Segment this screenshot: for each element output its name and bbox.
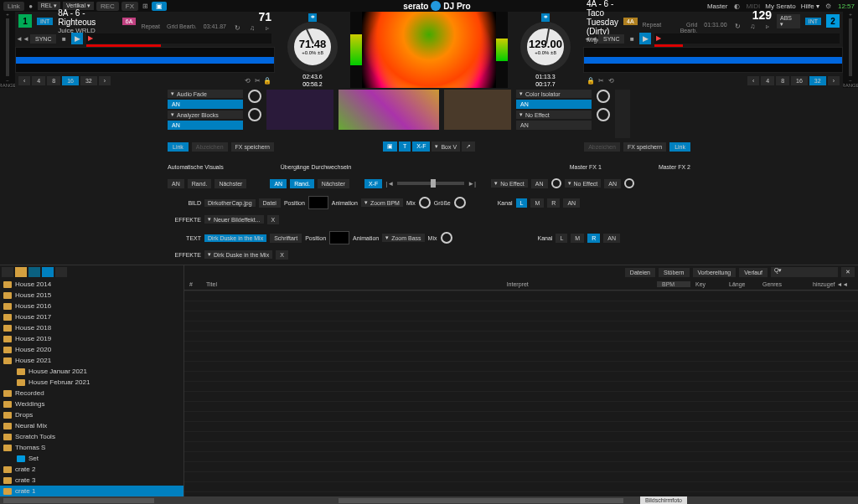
deck2-beat-32[interactable]: 32 [809, 76, 826, 85]
col-lange[interactable]: Länge [724, 281, 757, 287]
abzeichen-left[interactable]: Abzeichen [192, 142, 228, 152]
crate-item[interactable]: crate 1 [0, 486, 183, 496]
deck1-jog-wheel[interactable]: 71.48 +0.0% ±8 [287, 22, 338, 72]
zoom-bpm-dropdown[interactable]: ▾ Zoom BPM [361, 198, 403, 207]
video-preview-left[interactable] [266, 90, 333, 130]
pitch-slider-right[interactable]: + − RANGE [843, 12, 858, 88]
xf-btn[interactable]: X-F [364, 179, 382, 188]
crate-item[interactable]: House 2015 [0, 290, 183, 301]
xfade-next-icon[interactable]: ►| [468, 179, 476, 188]
crate-item[interactable]: crate 2 [0, 464, 183, 475]
fx-knob-4[interactable] [597, 108, 610, 121]
deck2-loop-icon[interactable]: ⟲ [607, 76, 615, 85]
no-effect-on[interactable]: AN [516, 121, 592, 130]
deck1-sync-button[interactable]: SYNC [30, 34, 56, 44]
crate-item[interactable]: Set [0, 453, 183, 464]
link-chain-icon-2[interactable]: ⚭ [541, 13, 550, 22]
crate-item[interactable]: Drops [0, 409, 183, 420]
mfx2-dropdown[interactable]: ▾ No Effect [565, 179, 602, 188]
analyzer-blocks-dropdown[interactable]: ▾ Analyzer Blocks [168, 111, 243, 119]
rel-dropdown[interactable]: REL ▾ [38, 2, 60, 10]
crate-item[interactable]: crate 3 [0, 475, 183, 486]
av-rand-btn[interactable]: Rand. [188, 179, 212, 188]
deck1-int-badge[interactable]: INT [37, 18, 53, 25]
ub-rand-btn[interactable]: Rand. [290, 179, 314, 188]
deck1-loop-icon[interactable]: ⟲ [243, 76, 251, 85]
fx-knob-2[interactable] [248, 108, 261, 121]
kanal1-an[interactable]: AN [563, 198, 580, 208]
col-genres[interactable]: Genres [757, 281, 808, 287]
crate-item[interactable]: House 2017 [0, 311, 183, 322]
crate-item[interactable]: House 2018 [0, 322, 183, 333]
kanal1-m[interactable]: M [530, 198, 544, 208]
settings-icon[interactable]: ⚙ [824, 2, 833, 10]
note-icon-2[interactable]: ♫ [748, 22, 757, 30]
pitch-slider-left[interactable]: + − RANGE [0, 12, 15, 88]
deck2-beat-prev[interactable]: ‹ [747, 76, 759, 85]
color-iso-on[interactable]: AN [516, 100, 592, 109]
crate-folder-btn[interactable] [15, 267, 27, 277]
deck1-cue-icon[interactable]: ■ [59, 34, 68, 43]
deck1-beat-prev[interactable]: ‹ [18, 76, 30, 85]
deck2-abs-dropdown[interactable]: ABS ▾ [777, 14, 800, 28]
tab-dateien[interactable]: Dateien [625, 268, 655, 277]
video-toggle[interactable]: ▣ [152, 2, 167, 11]
deck1-beat-next[interactable]: › [99, 76, 111, 85]
text-x-btn[interactable]: X [276, 250, 288, 260]
deck1-beat-8[interactable]: 8 [47, 76, 60, 85]
track-list[interactable] [184, 291, 858, 496]
crate-view-list[interactable] [42, 267, 54, 277]
video-preview-main[interactable] [339, 90, 439, 130]
av-next-btn[interactable]: Nächster [214, 179, 246, 188]
scrollbar-h-tracks[interactable] [339, 498, 623, 503]
link-left-button[interactable]: Link [168, 142, 189, 152]
av-an-btn[interactable]: AN [168, 179, 184, 188]
bild-mix-knob[interactable] [419, 197, 431, 208]
expand-icon[interactable]: ⊞ [141, 2, 149, 10]
preview-overlay-btn[interactable]: ▣ [383, 141, 397, 152]
col-bpm[interactable]: BPM [657, 281, 690, 287]
mfx1-an[interactable]: AN [531, 179, 548, 188]
tab-verlauf[interactable]: Verlauf [739, 268, 768, 277]
fx-save-left[interactable]: FX speichern [231, 142, 274, 152]
bild-x-btn[interactable]: X [267, 215, 280, 224]
link-chain-icon[interactable]: ⚭ [308, 13, 317, 22]
kanal2-m[interactable]: M [571, 234, 584, 243]
deck2-lock-icon[interactable]: 🔒 [587, 76, 595, 85]
scrollbar-h-crates[interactable] [3, 498, 154, 503]
search-input[interactable]: Q▾ [771, 267, 838, 277]
audio-fade-on[interactable]: AN [168, 100, 243, 109]
deck2-prev-icon[interactable]: ◄◄ [587, 34, 595, 43]
deck2-jog-wheel[interactable]: 129.00 +0.0% ±8 [520, 22, 571, 72]
neuer-bild-dropdown[interactable]: ▾ Neuer Bildeffekt... [204, 215, 264, 224]
crate-item[interactable]: House 2019 [0, 333, 183, 344]
deck2-int-badge[interactable]: INT [805, 18, 821, 25]
deck1-beat-4[interactable]: 4 [32, 76, 45, 85]
audio-fade-dropdown[interactable]: ▾ Audio Fade [168, 90, 243, 98]
col-hinzu[interactable]: hinzugef ◄◄ [808, 281, 858, 287]
grosse-knob[interactable] [454, 197, 466, 208]
schriftart-btn[interactable]: Schriftart [270, 234, 302, 243]
col-key[interactable]: Key [690, 281, 724, 287]
mfx2-knob[interactable] [624, 178, 634, 188]
deck1-cue-bar[interactable]: ▶ [86, 33, 271, 44]
hotcue-marker[interactable]: ▶ [86, 34, 95, 43]
fx-save-right[interactable]: FX speichern [623, 142, 666, 152]
expand-preview-btn[interactable]: ↗ [462, 141, 475, 152]
col-num[interactable]: # [184, 281, 201, 287]
dirk-mix-dropdown[interactable]: ▾ Dirk Duske in the Mix [204, 250, 272, 259]
add-crate-btn[interactable] [2, 267, 13, 277]
crate-view-grid[interactable] [55, 267, 67, 277]
bild-file[interactable]: DirkotherCap.jpg [204, 199, 256, 207]
text-value[interactable]: Dirk Duske in the Mix [204, 234, 266, 242]
help-dropdown[interactable]: Hilfe ▾ [801, 3, 819, 10]
deck2-play-button[interactable]: ▶ [639, 33, 651, 44]
analyzer-block-on[interactable]: AN [168, 121, 243, 130]
video-preview-right[interactable] [444, 90, 511, 130]
preview-t-btn[interactable]: T [399, 141, 411, 152]
crate-item[interactable]: House Januar 2021 [0, 366, 183, 377]
ub-next-btn[interactable]: Nächster [318, 179, 349, 188]
kanal2-r[interactable]: R [587, 234, 600, 243]
tab-stobern[interactable]: Stöbern [659, 268, 690, 277]
fx-button[interactable]: FX [121, 2, 138, 11]
